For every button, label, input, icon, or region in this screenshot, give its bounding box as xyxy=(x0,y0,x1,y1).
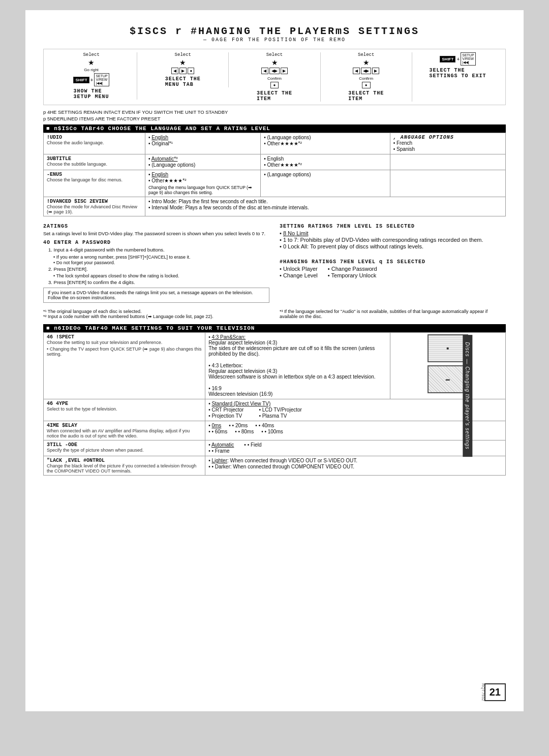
menus-opt3: (Language options) xyxy=(264,172,387,177)
menus-name: -ENUS xyxy=(47,172,142,177)
tv-settings-table: 46 !SPECT Choose the setting to suit you… xyxy=(43,332,506,476)
tv-row-stillmode: 3TILL -ODE Specify the type of picture s… xyxy=(44,440,506,456)
tvtype-name: 46 4YPE xyxy=(47,401,202,406)
subtitle-opt2: (Language options) xyxy=(148,162,257,168)
tv-image-2: ▬ xyxy=(428,365,468,393)
ratings-title: 2ATINGS xyxy=(43,224,269,229)
rating-opt3: 0 Lock All: To prevent play of discs wit… xyxy=(280,243,506,249)
td-opt3: • 40ms xyxy=(255,423,274,428)
step-3-title: 3ELECT THEITEM xyxy=(257,90,292,102)
footnotes: *¹ The original language of each disc is… xyxy=(43,309,506,319)
step-2-title: 3ELECT THEMENU TAB xyxy=(165,76,201,87)
nav-arrows-4: ◀ ◀▶ ▶ xyxy=(353,68,379,74)
step-4-label: Select xyxy=(358,52,374,57)
td-opt6: • 100ms xyxy=(261,429,283,434)
tvtype-opt4: Projection TV xyxy=(208,413,243,419)
aspect-desc: Choose the setting to suit your televisi… xyxy=(47,340,202,345)
step-1: Select ★ Go right SHIFT + SETUPV/REW|◀◀|… xyxy=(46,52,137,100)
note-2: p 5NDERLINED ITEMS ARE THE FACTORY PRESE… xyxy=(43,116,506,121)
blacklevel-desc: Change the black level of the picture if… xyxy=(47,463,202,474)
changing-ratings-grid: Unlock Player Change Level Change Passwo… xyxy=(280,266,506,279)
stillmode-name: 3TILL -ODE xyxy=(47,442,202,448)
menus-desc: Choose the language for disc menus. xyxy=(47,177,142,182)
page: $ISCS r #HANGING THE PLAYERmS SETTINGS —… xyxy=(25,10,524,711)
step-5-title: 3ELECT THESETTINGS TO EXIT xyxy=(429,68,486,79)
tv-row-type: 46 4YPE Select to suit the type of telev… xyxy=(44,399,506,421)
td-opt5: • 80ms xyxy=(235,429,254,434)
subtitle-opt4: Other★★★★*² xyxy=(264,162,387,168)
aspect-name: 46 !SPECT xyxy=(47,334,202,340)
cr-opt1: Unlock Player xyxy=(280,266,318,272)
fn2: *² Input a code number with the numbered… xyxy=(43,314,269,319)
page-title: $ISCS r #HANGING THE PLAYERmS SETTINGS xyxy=(43,25,506,37)
step-3-label: Select xyxy=(266,52,283,57)
shift-btn-5: SHIFT xyxy=(440,56,455,62)
step-4-diagram: ★ ◀ ◀▶ ▶ Confirm ● xyxy=(353,58,379,88)
pw-sub2: • Do not forget your password. xyxy=(53,260,269,265)
page-header: $ISCS r #HANGING THE PLAYERmS SETTINGS —… xyxy=(43,25,506,43)
cr-opt4: Temporary Unlock xyxy=(328,272,377,278)
subtitle-opt1: Automatic*³ xyxy=(148,156,257,162)
ratings-warning: If you insert a DVD-Video that exceeds t… xyxy=(43,288,269,303)
audio-opt2: Original*¹ xyxy=(148,141,257,146)
fn1: *¹ The original language of each disc is… xyxy=(43,309,269,314)
step-3: Select ★ ◀ ◀▶ ▶ Confirm ● 3ELECT THEITEM xyxy=(229,52,320,102)
sm-opt2: • Field xyxy=(244,442,261,448)
notes-section: p 4HE SETTINGS REMAIN INTACT EVEN IF YOU… xyxy=(43,109,506,121)
step-2-label: Select xyxy=(175,52,191,57)
tvtype-opt3: LCD TV/Projector xyxy=(259,407,301,413)
subtitle-name: 3UBTITLE xyxy=(47,156,142,162)
tv-row-timedelay: 4IME $ELAY When connected with an AV amp… xyxy=(44,421,506,440)
advanced-opt1: Intro Mode: Plays the first few seconds … xyxy=(148,199,502,204)
td-opt2: • 20ms xyxy=(229,423,248,428)
menus-opt2: Other★★★★*² xyxy=(148,178,257,183)
stillmode-desc: Specify the type of picture shown when p… xyxy=(47,448,202,453)
changing-ratings-title: #HANGING RATINGS 7HEN LEVEL q IS SELECTE… xyxy=(280,259,506,265)
table-row-menus: -ENUS Choose the language for disc menus… xyxy=(44,170,506,197)
audio-opt6: Spanish xyxy=(393,146,502,152)
pw-sub3: • The lock symbol appears closed to show… xyxy=(53,273,269,278)
td-opt4: • 60ms xyxy=(208,429,227,434)
audio-opt3: (Language options) xyxy=(264,135,387,140)
tvtype-opt5: Plasma TV xyxy=(259,413,301,419)
fn3: *³ If the language selected for "Audio" … xyxy=(280,309,506,319)
page-subtitle: — 0AGE FOR THE POSITION OF THE REMO xyxy=(43,37,506,43)
aspect-opt2: 4:3 Letterbox:Regular aspect television … xyxy=(208,363,387,380)
advanced-name: !DVANCED $ISC 2EVIEW xyxy=(47,199,142,204)
audio-desc: Choose the audio language. xyxy=(47,140,142,145)
ratings-left: 2ATINGS Set a ratings level to limit DVD… xyxy=(43,220,269,305)
pw-step2: 2. Press [ENTER]. xyxy=(48,266,269,272)
rating-opt2: 1 to 7: Prohibits play of DVD-Video with… xyxy=(280,237,506,243)
nav-arrows-2: ◀ ▶ ● xyxy=(171,68,194,74)
password-title: 4O ENTER A PASSWORD xyxy=(43,240,269,245)
setting-ratings-title: 3ETTING RATINGS 7HEN LEVEL IS SELECTED xyxy=(280,224,506,229)
step-1-label: Select xyxy=(83,52,99,57)
note-1: p 4HE SETTINGS REMAIN INTACT EVEN IF YOU… xyxy=(43,109,506,115)
aspect-opt1: 4:3 Pan&Scan:Regular aspect television (… xyxy=(208,334,387,357)
sm-opt3: • Frame xyxy=(208,448,502,454)
blacklevel-name: "LACK ,EVEL #ONTROL xyxy=(47,458,202,463)
ratings-right: 3ETTING RATINGS 7HEN LEVEL IS SELECTED 8… xyxy=(280,220,506,305)
tv-row-blacklevel: "LACK ,EVEL #ONTROL Change the black lev… xyxy=(44,456,506,476)
footnote-right: *³ If the language selected for "Audio" … xyxy=(280,309,506,319)
step-1-title: 3HOW THE3ETUP MENU xyxy=(74,88,109,100)
tvtype-opt1: Standard (Direct View TV) xyxy=(208,401,502,406)
page-number: 21 xyxy=(484,683,506,701)
cr-opt3: Change Level xyxy=(280,272,318,278)
table-row-subtitle: 3UBTITLE Choose the subtitle language. A… xyxy=(44,154,506,170)
ratings-section: 2ATINGS Set a ratings level to limit DVD… xyxy=(43,220,506,305)
tvtype-opt2: CRT Projector xyxy=(208,407,243,413)
subtitle-opt3: English xyxy=(264,156,387,162)
footnote-left: *¹ The original language of each disc is… xyxy=(43,309,269,319)
menus-note: Changing the menu language from QUICK SE… xyxy=(148,185,257,195)
shift-setup-1: SHIFT + SETUPV/REW|◀◀| xyxy=(73,73,109,86)
audio-name: !UDIO xyxy=(47,135,142,140)
lang-options-header: , ANGUAGE OPTIONS xyxy=(393,135,502,140)
language-table: !UDIO Choose the audio language. English… xyxy=(43,133,506,216)
steps-row: Select ★ Go right SHIFT + SETUPV/REW|◀◀|… xyxy=(43,49,506,105)
sm-opt1: Automatic xyxy=(208,442,234,448)
side-tab: Discs — Changing the player's settings xyxy=(463,335,473,457)
step-2: Select ★ ◀ ▶ ● 3ELECT THEMENU TAB xyxy=(137,52,229,87)
audio-opt5: French xyxy=(393,140,502,146)
step-5-diagram: SHIFT + SETUPV/REW|◀◀| xyxy=(440,52,475,66)
